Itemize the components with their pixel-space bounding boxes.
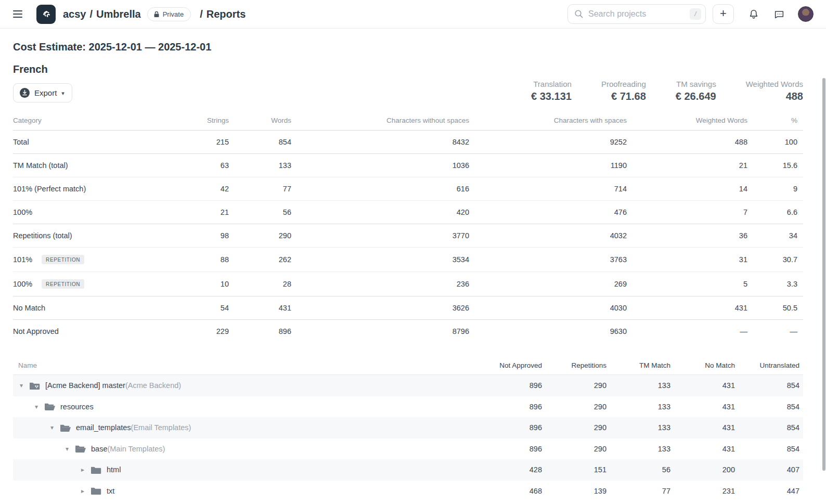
col-not-approved: Not Approved	[481, 361, 546, 369]
table-row: Repetitions (total) 98 290 3770 4032 36 …	[13, 224, 803, 248]
caret-down-icon[interactable]: ▾	[50, 424, 58, 431]
stat-weighted-words: Weighted Words 488	[746, 80, 803, 102]
cost-summary: Translation € 33.131 Proofreading € 71.6…	[531, 80, 803, 102]
folder-open-icon	[60, 423, 71, 432]
tree-row-folder[interactable]: ▾ base(Main Templates) 896 290 133 431 8…	[13, 438, 803, 460]
folder-icon	[91, 466, 101, 474]
folder-icon	[91, 486, 101, 495]
breadcrumb: acsy / Umbrella Private / Reports	[63, 7, 246, 21]
table-row: 100% 21 56 420 476 7 6.6	[13, 201, 803, 224]
stat-proofreading: Proofreading € 71.68	[601, 80, 646, 102]
col-words: Words	[229, 112, 291, 131]
caret-down-icon[interactable]: ▾	[66, 445, 73, 453]
create-project-button[interactable]: +	[713, 4, 734, 24]
chevron-down-icon: ▾	[61, 90, 64, 97]
messages-chat-icon[interactable]	[773, 8, 785, 20]
cost-category-table: Category Strings Words Characters withou…	[13, 112, 803, 343]
caret-right-icon[interactable]: ▸	[81, 487, 88, 495]
table-row: 101% (Perfect match) 42 77 616 714 14 9	[13, 177, 803, 201]
vertical-scrollbar[interactable]	[822, 78, 825, 471]
table-header-row: Category Strings Words Characters withou…	[13, 112, 803, 131]
table-row: TM Match (total) 63 133 1036 1190 21 15.…	[13, 154, 803, 177]
folder-open-icon	[44, 402, 55, 411]
search-input[interactable]	[588, 9, 690, 19]
table-row: Total 215 854 8432 9252 488 100	[13, 131, 803, 154]
hamburger-menu-icon[interactable]	[13, 7, 27, 21]
slash-shortcut-key: /	[690, 8, 701, 20]
folder-open-icon	[75, 444, 86, 453]
tree-row-folder[interactable]: ▸ html 428 151 56 200 407	[13, 459, 803, 481]
privacy-badge: Private	[147, 7, 191, 21]
repetition-badge: REPETITION	[42, 279, 84, 289]
col-no-match: No Match	[674, 361, 739, 369]
table-row: No Match 54 431 3626 4030 431 50.5	[13, 296, 803, 320]
export-label: Export	[34, 88, 57, 97]
tree-row-folder[interactable]: ▾ resources 896 290 133 431 854	[13, 396, 803, 418]
caret-right-icon[interactable]: ▸	[81, 466, 88, 473]
export-button[interactable]: Export ▾	[13, 83, 72, 102]
col-untranslated: Untranslated	[739, 361, 803, 369]
caret-down-icon[interactable]: ▾	[35, 403, 42, 410]
language-heading: French	[13, 63, 72, 75]
notifications-bell-icon[interactable]	[748, 8, 759, 20]
files-breakdown-table: Name Not Approved Repetitions TM Match N…	[13, 356, 803, 501]
col-name: Name	[13, 361, 481, 369]
table-row: Not Approved 229 896 8796 9630 — —	[13, 320, 803, 343]
breadcrumb-org[interactable]: acsy	[63, 8, 86, 20]
col-repetitions: Repetitions	[546, 361, 610, 369]
search-box[interactable]: /	[567, 4, 706, 24]
logo-waves-icon	[40, 8, 53, 20]
folder-branch-icon	[29, 381, 40, 390]
table-row: 101%REPETITION 88 262 3534 3763 31 30.7	[13, 248, 803, 272]
col-chars-no-spaces: Characters without spaces	[291, 112, 469, 131]
privacy-label: Private	[163, 10, 184, 18]
page-title: Cost Estimate: 2025-12-01 — 2025-12-01	[13, 41, 803, 53]
repetition-badge: REPETITION	[42, 255, 84, 264]
col-chars-spaces: Characters with spaces	[469, 112, 627, 131]
download-icon	[20, 88, 30, 98]
top-bar: acsy / Umbrella Private / Reports / +	[0, 0, 826, 29]
user-avatar[interactable]	[798, 6, 814, 22]
lock-icon	[153, 11, 160, 18]
col-category: Category	[13, 112, 127, 131]
search-icon	[574, 9, 584, 19]
stat-tm-savings: TM savings € 26.649	[676, 80, 716, 102]
table-header-row: Name Not Approved Repetitions TM Match N…	[13, 356, 803, 375]
col-weighted-words: Weighted Words	[627, 112, 747, 131]
tree-row-branch[interactable]: ▾ [Acme Backend] master(Acme Backend) 89…	[13, 375, 803, 396]
col-percent: %	[747, 112, 803, 131]
col-tm-match: TM Match	[610, 361, 674, 369]
col-strings: Strings	[127, 112, 229, 131]
breadcrumb-page: Reports	[206, 8, 246, 20]
table-row: 100%REPETITION 10 28 236 269 5 3.3	[13, 272, 803, 296]
stat-translation: Translation € 33.131	[531, 80, 572, 102]
tree-row-folder[interactable]: ▸ txt 468 139 77 231 447	[13, 481, 803, 502]
org-logo[interactable]	[36, 5, 56, 24]
tree-row-folder[interactable]: ▾ email_templates(Email Templates) 896 2…	[13, 417, 803, 438]
breadcrumb-project[interactable]: Umbrella	[96, 8, 141, 20]
caret-down-icon[interactable]: ▾	[20, 382, 27, 389]
